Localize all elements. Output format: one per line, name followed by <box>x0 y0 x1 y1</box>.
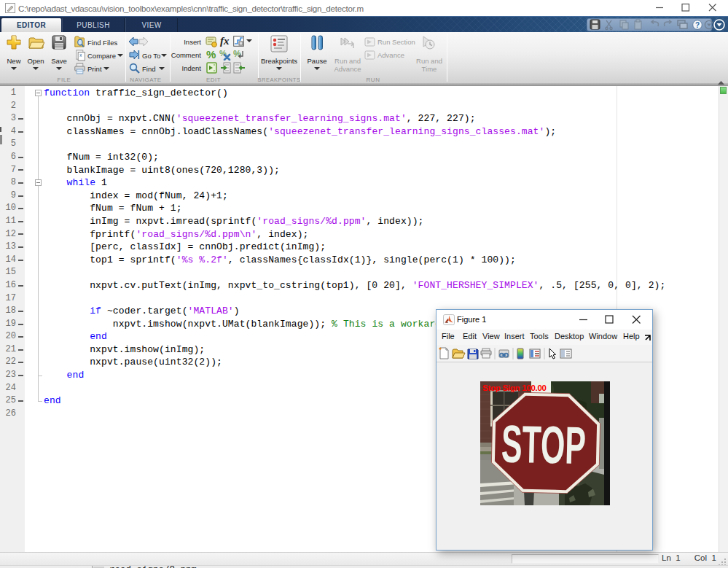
svg-text:%: % <box>206 49 216 61</box>
svg-text:STOP: STOP <box>501 414 587 475</box>
svg-text:Stop Sign 100.00: Stop Sign 100.00 <box>482 384 547 392</box>
svg-text:?: ? <box>695 21 700 29</box>
